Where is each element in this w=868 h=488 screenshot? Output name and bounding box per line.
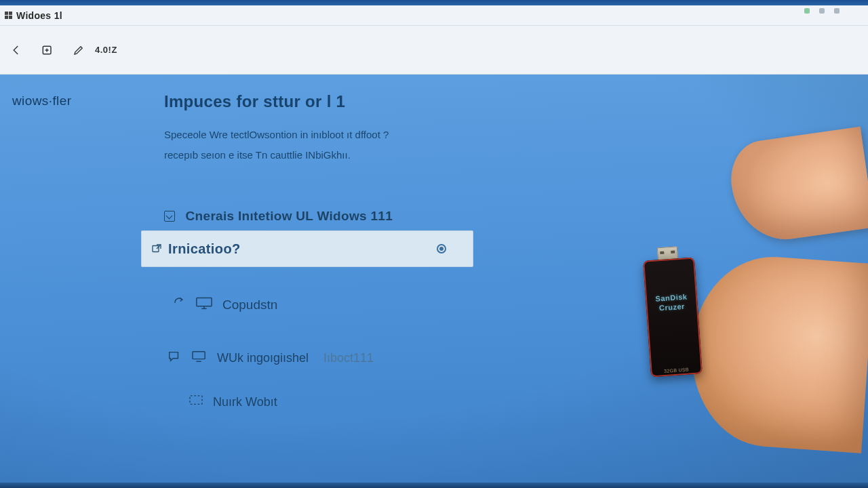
option-network-label: Nuırk Wobıt [213, 395, 277, 409]
tray-icon [834, 8, 840, 14]
new-tab-button[interactable] [38, 41, 57, 60]
checkbox-icon [164, 211, 175, 222]
main-panel: Impuces for sttur or l 1 Speceole Wre te… [164, 92, 821, 161]
svg-rect-3 [153, 246, 159, 252]
page-description-line1: Speceole Wre tectlOwsontion in inıbloot … [164, 126, 821, 144]
usb-capacity: 32GB USB [654, 367, 698, 374]
tray-status-icon [804, 8, 810, 14]
usb-drive-overlay: SanDisk Cruzer 32GB USB [643, 258, 703, 378]
content-area: wiows·fler Impuces for sttur or l 1 Spec… [0, 75, 868, 483]
svg-rect-8 [193, 352, 205, 359]
option-input-row[interactable]: Irnicatioo? [141, 230, 473, 267]
titlebar: Widoes 1l [0, 5, 868, 26]
option-copy-label: Copudstn [222, 298, 277, 312]
display-icon [195, 296, 213, 314]
option-create-media-label: Cnerais Inıtetiow UL Widows 111 [186, 209, 393, 223]
arrow-out-icon [151, 243, 163, 255]
dashed-box-icon [189, 394, 203, 410]
svg-rect-5 [197, 298, 212, 306]
usb-brand-bottom: Cruzer [646, 301, 698, 314]
page-heading: Impuces for sttur or l 1 [164, 92, 821, 111]
option-input-placeholder: Irnicatioo? [168, 241, 241, 257]
system-tray [804, 8, 840, 14]
edit-icon[interactable] [69, 41, 88, 60]
window-title: Widoes 1l [16, 10, 62, 21]
window-chrome-strip [0, 0, 868, 5]
svg-rect-10 [190, 396, 202, 405]
option-language-sublabel: Iıboct111 [323, 351, 374, 365]
sidebar-label: wiows·fler [12, 94, 71, 108]
zoom-level: 4.0!Z [95, 45, 117, 55]
monitor-icon [191, 350, 208, 367]
windows-logo-icon [4, 12, 12, 20]
option-language[interactable]: WUk ingoıgiıshel Iıboct111 [167, 350, 374, 367]
tray-icon [819, 8, 825, 14]
page-description-line2: recepıb seıon e itse Tn cauttlie INbiGkh… [164, 149, 821, 161]
option-copy[interactable]: Copudstn [172, 296, 277, 314]
option-network[interactable]: Nuırk Wobıt [189, 394, 277, 410]
screen-bezel-bottom [0, 483, 868, 488]
option-language-label: WUk ingoıgiıshel [217, 351, 309, 365]
back-button[interactable] [7, 41, 26, 60]
sync-icon [172, 296, 186, 313]
option-create-media[interactable]: Cnerais Inıtetiow UL Widows 111 [164, 209, 393, 224]
toolbar: 4.0!Z [0, 26, 868, 75]
radio-selected-icon[interactable] [437, 244, 446, 253]
usb-brand-top: SanDisk [646, 291, 698, 304]
speech-icon [167, 350, 182, 367]
